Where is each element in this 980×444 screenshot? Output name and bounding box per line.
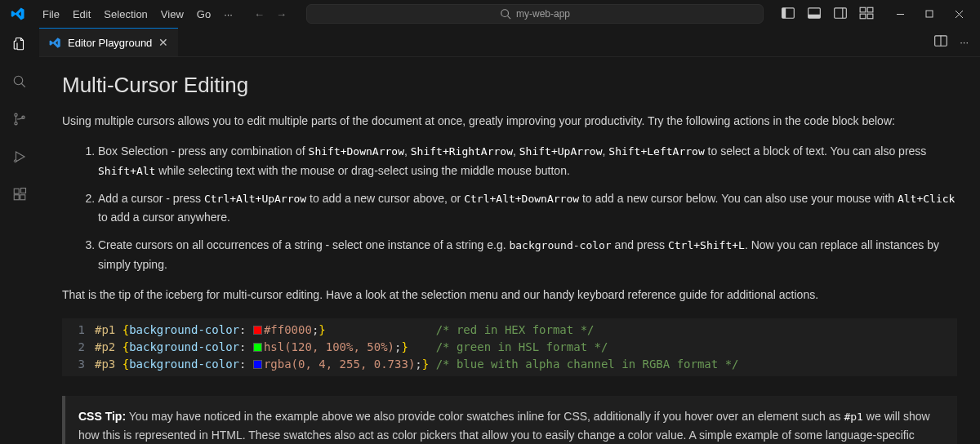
extensions-icon[interactable] (10, 184, 29, 204)
activity-bar (0, 28, 39, 444)
svg-rect-25 (21, 189, 26, 193)
svg-point-18 (15, 113, 17, 116)
tab-close-icon[interactable]: ✕ (158, 36, 168, 49)
outro-text: That is the tip of the iceberg for multi… (62, 286, 957, 304)
menu-go[interactable]: Go (190, 5, 217, 24)
nav-back-icon[interactable]: ← (254, 8, 265, 20)
svg-point-16 (14, 76, 23, 85)
split-editor-icon[interactable] (933, 33, 948, 51)
svg-rect-8 (860, 7, 866, 12)
command-center-text: my-web-app (516, 8, 570, 20)
tab-label: Editor Playground (68, 37, 152, 49)
editor-content: Multi-Cursor Editing Using multiple curs… (39, 57, 980, 444)
vscode-logo-icon (10, 6, 26, 22)
page-title: Multi-Cursor Editing (62, 69, 957, 101)
svg-rect-6 (835, 7, 847, 17)
menu-bar: File Edit Selection View Go ··· (36, 5, 239, 24)
svg-point-21 (14, 160, 16, 162)
menu-file[interactable]: File (36, 5, 66, 24)
window-controls (885, 2, 973, 26)
command-center[interactable]: my-web-app (306, 4, 764, 24)
toggle-primary-sidebar-icon[interactable] (781, 6, 795, 23)
instruction-list: Box Selection - press any combination of… (62, 142, 957, 275)
svg-rect-23 (14, 195, 19, 200)
svg-rect-13 (926, 11, 933, 17)
svg-rect-3 (782, 7, 786, 17)
tip-label: CSS Tip: (78, 410, 126, 423)
customize-layout-icon[interactable] (859, 6, 874, 23)
search-icon (500, 8, 511, 20)
code-lines: #p1 {background-color: #ff0000;} /* red … (95, 318, 957, 376)
code-block[interactable]: 123 #p1 {background-color: #ff0000;} /* … (62, 318, 957, 376)
source-control-icon[interactable] (10, 109, 29, 129)
list-item: Add a cursor - press Ctrl+Alt+UpArrow to… (98, 189, 957, 229)
svg-rect-24 (20, 195, 25, 200)
intro-text: Using multiple cursors allows you to edi… (62, 113, 957, 131)
svg-point-19 (15, 122, 17, 125)
minimize-button[interactable] (885, 2, 915, 26)
svg-line-17 (21, 83, 25, 87)
explorer-icon[interactable] (10, 34, 29, 54)
editor-more-icon[interactable]: ··· (960, 36, 969, 48)
svg-rect-11 (867, 14, 873, 19)
css-tip: CSS Tip: You may have noticed in the exa… (62, 396, 957, 444)
line-gutter: 123 (62, 318, 95, 376)
svg-rect-10 (860, 14, 866, 19)
toggle-panel-icon[interactable] (807, 6, 822, 23)
svg-point-0 (501, 10, 509, 17)
tab-vscode-icon (49, 37, 61, 49)
tab-editor-playground[interactable]: Editor Playground ✕ (39, 28, 178, 56)
nav-forward-icon[interactable]: → (276, 8, 287, 20)
menu-more-icon[interactable]: ··· (217, 5, 239, 24)
list-item: Create cursors on all occurrences of a s… (98, 236, 957, 275)
close-button[interactable] (944, 2, 973, 26)
menu-view[interactable]: View (154, 5, 190, 24)
svg-line-1 (508, 16, 511, 20)
menu-edit[interactable]: Edit (66, 5, 97, 24)
nav-arrows: ← → (254, 8, 287, 20)
list-item: Box Selection - press any combination of… (98, 142, 957, 181)
svg-rect-9 (867, 7, 873, 12)
layout-controls (781, 6, 874, 23)
editor-actions: ··· (922, 28, 980, 56)
svg-rect-22 (14, 189, 19, 193)
activity-search-icon[interactable] (10, 72, 29, 91)
run-debug-icon[interactable] (10, 147, 29, 166)
toggle-secondary-sidebar-icon[interactable] (833, 6, 848, 23)
menu-selection[interactable]: Selection (97, 5, 154, 24)
tab-bar: Editor Playground ✕ ··· (39, 28, 980, 57)
svg-rect-5 (808, 14, 821, 18)
titlebar: File Edit Selection View Go ··· ← → my-w… (0, 0, 980, 28)
maximize-button[interactable] (915, 2, 944, 26)
